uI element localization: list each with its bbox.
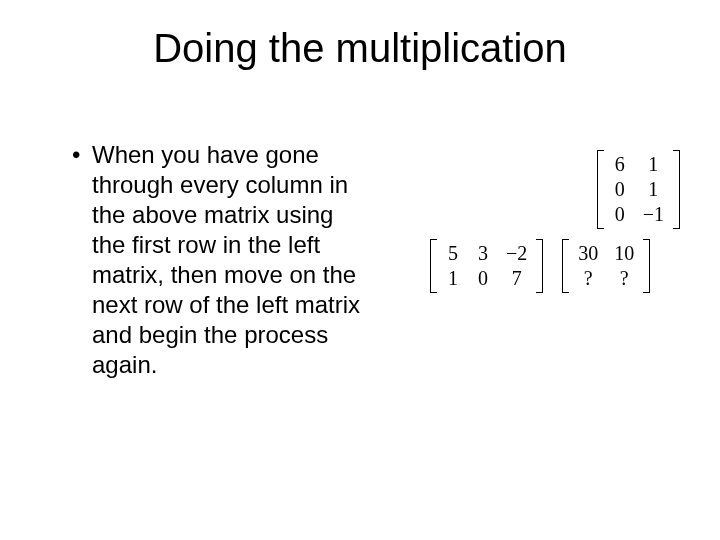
matrix-left-table: 5 3 −2 1 0 7 bbox=[438, 241, 535, 291]
table-row: 30 10 bbox=[570, 241, 642, 266]
table-row: 6 1 bbox=[605, 152, 672, 177]
bracket-left-icon bbox=[562, 239, 569, 293]
cell: −1 bbox=[635, 202, 672, 227]
cell: 0 bbox=[468, 266, 498, 291]
bullet-text: When you have gone through every column … bbox=[92, 140, 372, 380]
cell: ? bbox=[606, 266, 642, 291]
cell: −2 bbox=[498, 241, 535, 266]
matrix-left: 5 3 −2 1 0 7 bbox=[430, 239, 543, 293]
table-row: 0 1 bbox=[605, 177, 672, 202]
cell: 6 bbox=[605, 152, 635, 177]
matrix-result-table: 30 10 ? ? bbox=[570, 241, 642, 291]
bullet-marker: • bbox=[72, 140, 92, 380]
bullet-item: • When you have gone through every colum… bbox=[72, 140, 372, 380]
matrix-result: 30 10 ? ? bbox=[562, 239, 650, 293]
cell: 1 bbox=[635, 177, 672, 202]
table-row: 0 −1 bbox=[605, 202, 672, 227]
cell: 3 bbox=[468, 241, 498, 266]
cell: 10 bbox=[606, 241, 642, 266]
bottom-row: 5 3 −2 1 0 7 30 10 bbox=[430, 239, 690, 293]
table-row: 5 3 −2 bbox=[438, 241, 535, 266]
bracket-right-icon bbox=[673, 150, 680, 229]
bracket-right-icon bbox=[536, 239, 543, 293]
bracket-left-icon bbox=[597, 150, 604, 229]
matrix-top-table: 6 1 0 1 0 −1 bbox=[605, 152, 672, 227]
slide: Doing the multiplication • When you have… bbox=[0, 0, 720, 540]
cell: 30 bbox=[570, 241, 606, 266]
table-row: ? ? bbox=[570, 266, 642, 291]
slide-title: Doing the multiplication bbox=[0, 26, 720, 71]
cell: 7 bbox=[498, 266, 535, 291]
table-row: 1 0 7 bbox=[438, 266, 535, 291]
bracket-left-icon bbox=[430, 239, 437, 293]
cell: 1 bbox=[438, 266, 468, 291]
cell: 1 bbox=[635, 152, 672, 177]
cell: ? bbox=[570, 266, 606, 291]
cell: 0 bbox=[605, 177, 635, 202]
body-text-area: • When you have gone through every colum… bbox=[72, 140, 372, 380]
bracket-right-icon bbox=[643, 239, 650, 293]
top-matrix-wrap: 6 1 0 1 0 −1 bbox=[430, 150, 690, 229]
matrix-top: 6 1 0 1 0 −1 bbox=[597, 150, 680, 229]
math-area: 6 1 0 1 0 −1 bbox=[430, 150, 690, 293]
cell: 0 bbox=[605, 202, 635, 227]
cell: 5 bbox=[438, 241, 468, 266]
